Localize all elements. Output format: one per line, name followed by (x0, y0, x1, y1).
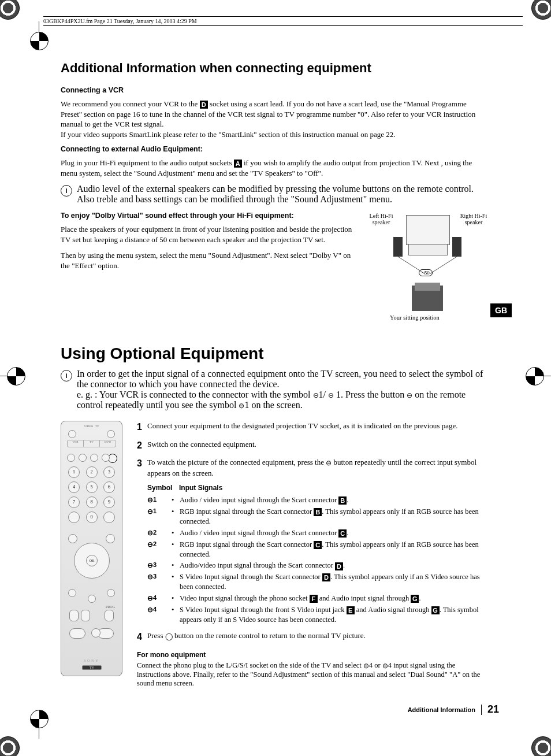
remote-number: 4 (68, 481, 80, 493)
info-icon: i (61, 185, 72, 197)
tv-icon (406, 215, 450, 245)
table-row: ⊖4•S Video Input signal through the fron… (147, 605, 488, 625)
table-row: ⊖4•Video input signal through the phono … (147, 594, 488, 603)
table-row: ⊖1•Audio / video input signal through th… (147, 495, 488, 505)
left-speaker-icon (393, 237, 403, 257)
remote-button (68, 512, 80, 523)
mono-heading: For mono equipment (137, 651, 488, 659)
step-number: 3 (137, 457, 147, 478)
info-icon: i (61, 370, 72, 381)
text: e. g. : Your VCR is connected to the con… (77, 390, 313, 399)
remote-button (79, 454, 87, 462)
sym: 4 (153, 594, 157, 601)
connector-a-icon: A (234, 160, 242, 168)
text: button on the remote control to return t… (173, 631, 366, 640)
text: and Audio input signal through (318, 594, 411, 602)
remote-button (107, 589, 115, 597)
remote-button (107, 430, 115, 438)
vcr-paragraph: We recommend you connect your VCR to the… (61, 99, 488, 139)
text: Audio/video input signal through the Sca… (180, 561, 335, 569)
step-4: 4 Press ◯ button on the remote control t… (137, 631, 488, 643)
dolby-p1: Place the speakers of your equipment in … (61, 224, 361, 244)
sitting-box-back (415, 283, 440, 291)
remote-button (68, 534, 77, 543)
remote-tv-button (69, 628, 85, 639)
remote-number: 8 (86, 496, 98, 508)
connector-icon: B (338, 496, 347, 505)
connector-d-icon: D (200, 101, 208, 109)
step-3: 3 To watch the picture of the connected … (137, 457, 488, 478)
connector-icon: G (431, 606, 440, 614)
step-text: To watch the picture of the connected eq… (147, 457, 488, 478)
text: and Audio signal through (355, 606, 431, 614)
distance-lines (393, 257, 461, 280)
table-row: ⊖2•Audio / video input signal through th… (147, 528, 488, 538)
step-1: 1 Connect your equipment to the designat… (137, 421, 488, 433)
step-number: 2 (137, 439, 147, 452)
remote-number: 7 (68, 496, 80, 508)
remote-numpad: 1 2 3 4 5 6 7 8 9 (68, 466, 115, 523)
text: . (347, 496, 348, 504)
info-note-2: i In order to get the input signal of a … (61, 369, 488, 410)
sym: 1 (153, 496, 157, 503)
sym: 2 (153, 540, 157, 547)
col-signals: Input Signals (179, 484, 222, 492)
remote-button (103, 512, 115, 523)
mono-paragraph: Connect the phono plug to the L/G/S/I so… (137, 661, 488, 687)
remote-number: 9 (103, 496, 115, 508)
section-heading-2: Using Optional Equipment (61, 344, 488, 363)
svg-line-1 (430, 257, 457, 274)
text: 4 or (369, 661, 382, 669)
footer-divider (481, 705, 482, 715)
page-footer: Additional Information 21 (408, 703, 499, 716)
crop-circle (0, 736, 20, 756)
connector-icon: B (314, 508, 322, 516)
step-number: 4 (137, 631, 147, 643)
crop-circle (531, 0, 551, 20)
remote-label-top: VIDEO TV (61, 425, 122, 428)
subheading-audio: Connecting to external Audio Equipment: (61, 145, 488, 153)
remote-button (67, 454, 75, 462)
registration-mark (526, 367, 544, 386)
remote-button (81, 610, 90, 621)
remote-tab-row: VCR TV DVD (67, 440, 116, 447)
connector-icon: D (322, 573, 330, 581)
dolby-p2: Then by using the menu system, select th… (61, 250, 361, 270)
remote-mode: TV (82, 665, 102, 670)
crop-circle (531, 736, 551, 756)
distance-label: ~50 (419, 269, 433, 276)
right-speaker-label: Right Hi-Fi speaker (459, 213, 488, 225)
registration-mark (30, 710, 49, 728)
sym: 2 (153, 529, 157, 536)
sym: 3 (153, 573, 157, 580)
text: RGB input signal through the Scart conne… (180, 507, 314, 516)
text: . (343, 561, 345, 569)
text: 1 on the screen. (244, 400, 302, 410)
text: Audio / video input signal through the S… (180, 496, 338, 504)
connector-icon: G (411, 595, 419, 603)
text: Plug in your Hi-Fi equipment to the audi… (61, 158, 234, 167)
table-row: ⊖1•RGB input signal through the Scart co… (147, 507, 488, 527)
col-symbol: Symbol (147, 484, 179, 492)
text: In order to get the input signal of a co… (77, 369, 483, 389)
subheading-vcr: Connecting a VCR (61, 86, 488, 94)
text: To watch the picture of the connected eq… (147, 458, 326, 466)
right-speaker-icon (452, 237, 461, 257)
info-text: In order to get the input signal of a co… (77, 369, 488, 410)
remote-brand: SONY (61, 658, 122, 663)
page-header-meta: 03GBKP44PX2U.fm Page 21 Tuesday, January… (43, 16, 523, 26)
connector-icon: D (335, 562, 343, 570)
table-row: ⊖2•RGB input signal through the Scart co… (147, 540, 488, 559)
text: . (347, 529, 348, 537)
text: RGB input signal through the Scart conne… (180, 540, 314, 549)
audio-paragraph: Plug in your Hi-Fi equipment to the audi… (61, 158, 488, 178)
table-row: ⊖3•Audio/video input signal through the … (147, 561, 488, 570)
text: If your video supports SmartLink please … (61, 130, 396, 139)
info-text: Audio level of the external speakers can… (77, 184, 488, 205)
tv-base (408, 244, 448, 255)
text: Press (147, 631, 165, 640)
table-row: ⊖3•S Video Input signal through the Scar… (147, 572, 488, 592)
sitting-label: Your sitting position (390, 314, 440, 321)
remote-button (90, 454, 98, 462)
info-note: i Audio level of the external speakers c… (61, 184, 488, 205)
